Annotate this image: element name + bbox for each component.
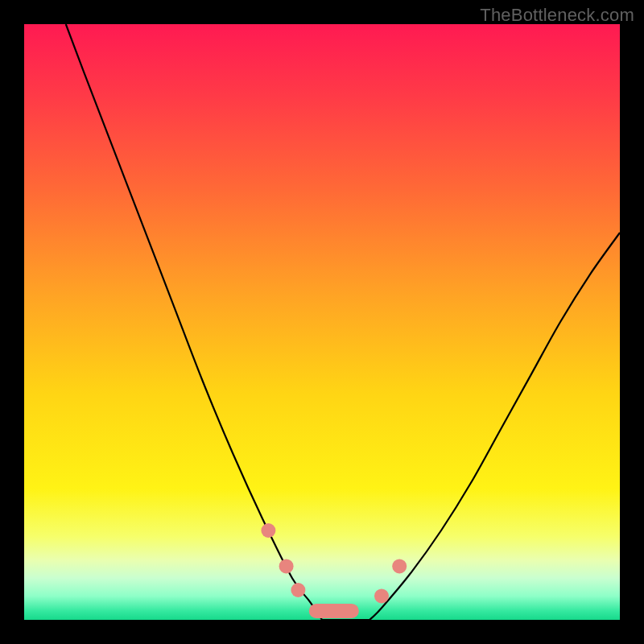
marker-dot	[392, 559, 407, 573]
chart-frame: TheBottleneck.com	[0, 0, 644, 644]
marker-dot	[279, 559, 294, 573]
marker-dot	[309, 604, 359, 618]
bottleneck-chart	[24, 24, 620, 620]
gradient-background	[24, 24, 620, 620]
marker-dot	[374, 588, 389, 603]
watermark-text: TheBottleneck.com	[480, 5, 634, 26]
marker-dot	[291, 583, 305, 597]
marker-dot	[261, 523, 275, 538]
plot-area	[24, 24, 620, 620]
